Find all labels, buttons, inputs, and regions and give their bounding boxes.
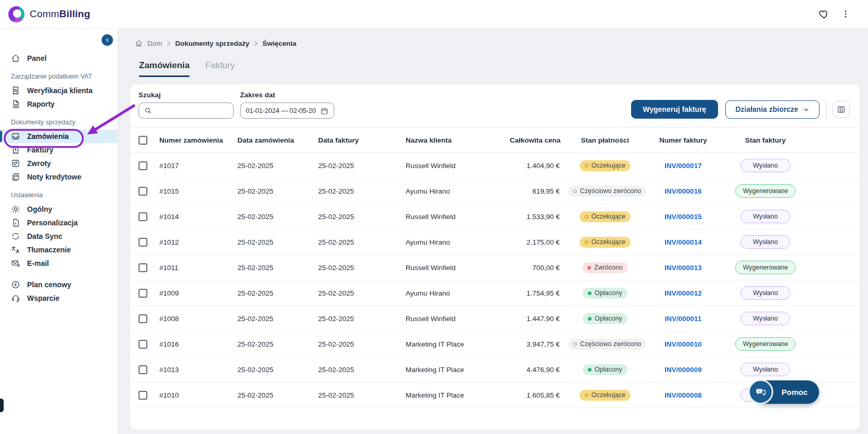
invoice-number-link[interactable]: INV/000016 (664, 187, 701, 195)
breadcrumb-sales-documents[interactable]: Dokumenty sprzedaży (175, 40, 250, 47)
tab-invoices[interactable]: Faktury (205, 60, 235, 77)
sync-icon (11, 232, 20, 241)
invoice-number-link[interactable]: INV/000008 (664, 391, 701, 399)
sidebar-item-panel[interactable]: Panel (0, 52, 118, 65)
invoice-number-link[interactable]: INV/000011 (665, 315, 702, 323)
svg-text:€: € (15, 283, 17, 287)
table-row[interactable]: #101325-02-202525-02-2025Marketing IT Pl… (130, 357, 860, 382)
sidebar-item-label: Tłumaczenie (27, 246, 71, 254)
select-all-checkbox[interactable] (139, 136, 147, 145)
invoice-status-badge: Wysłano (740, 286, 790, 300)
payment-status-badge: Częściowo zwrócono (568, 339, 646, 350)
sidebar-scroll-indicator (0, 399, 4, 412)
payment-status-badge: Opłacony (583, 313, 627, 324)
status-dot (588, 291, 592, 295)
row-checkbox[interactable] (139, 391, 147, 400)
row-checkbox[interactable] (139, 212, 147, 221)
sidebar-item-faktury[interactable]: €Faktury (0, 143, 118, 157)
table-row[interactable]: #101625-02-202525-02-2025Marketing IT Pl… (130, 331, 860, 357)
table-row[interactable]: #101425-02-202525-02-2025Russell Winfiel… (130, 204, 860, 229)
column-header-numer-zamowienia: Numer zamówienia (159, 136, 237, 144)
order-date-cell: 25-02-2025 (237, 391, 318, 399)
email-icon (11, 259, 20, 268)
column-settings-button[interactable] (833, 101, 850, 118)
table-row[interactable]: #100925-02-202525-02-2025Ayumu Hirano1.7… (130, 280, 860, 306)
generate-invoice-button[interactable]: Wygeneruj fakturę (631, 100, 719, 119)
row-checkbox[interactable] (139, 365, 147, 374)
sidebar-item-zwroty[interactable]: Zwroty (0, 157, 118, 170)
breadcrumb-home[interactable]: Dom (147, 40, 162, 47)
more-menu-icon[interactable] (837, 5, 854, 23)
help-button[interactable]: Pomoc (753, 380, 819, 404)
order-date-cell: 25-02-2025 (237, 315, 318, 323)
sidebar-item-weryfikacja-klienta[interactable]: Weryfikacja klienta (0, 84, 118, 97)
order-date-cell: 25-02-2025 (237, 289, 318, 297)
row-checkbox[interactable] (139, 340, 147, 349)
home-icon (11, 54, 20, 63)
search-field[interactable] (139, 103, 234, 119)
brand-logo[interactable]: CommBilling (8, 6, 90, 22)
table-row[interactable]: #100825-02-202525-02-2025Russell Winfiel… (130, 306, 860, 331)
toolbar: Szukaj Zakres dat (130, 84, 860, 127)
invoice-number-link[interactable]: INV/000009 (664, 366, 701, 374)
client-name-cell: Ayumu Hirano (406, 187, 510, 195)
row-checkbox[interactable] (139, 161, 147, 170)
sidebar-item-zamowienia[interactable]: Zamówienia (0, 130, 118, 143)
bulk-actions-button[interactable]: Działania zbiorcze (725, 100, 820, 119)
gear-icon (11, 205, 20, 214)
date-range-field[interactable] (240, 103, 334, 119)
client-name-cell: Ayumu Hirano (406, 289, 510, 297)
sidebar-item-tlumaczenie[interactable]: Tłumaczenie (0, 243, 118, 257)
invoice-number-link[interactable]: INV/000014 (664, 238, 701, 246)
invoice-date-cell: 25-02-2025 (318, 289, 406, 297)
row-checkbox[interactable] (139, 238, 147, 247)
sidebar-item-noty-kredytowe[interactable]: Noty kredytowe (0, 170, 118, 184)
tab-orders[interactable]: Zamówienia (139, 60, 190, 77)
table-row[interactable]: #101725-02-202525-02-2025Russell Winfiel… (130, 153, 860, 178)
invoice-date-cell: 25-02-2025 (318, 340, 406, 348)
sidebar-item-raporty[interactable]: Raporty (0, 97, 118, 111)
svg-text:€: € (15, 147, 17, 152)
status-dot (588, 317, 592, 321)
invoice-number-link[interactable]: INV/000017 (664, 162, 701, 170)
column-header-data-faktury: Data faktury (318, 136, 406, 144)
breadcrumb-separator: > (254, 39, 258, 48)
invoice-number-link[interactable]: INV/000012 (664, 289, 701, 297)
invoice-number-link[interactable]: INV/000010 (664, 340, 701, 348)
table-row[interactable]: #101225-02-202525-02-2025Ayumu Hirano2.1… (130, 229, 860, 255)
total-price-cell: 4.476,90 € (510, 366, 568, 374)
sidebar-item-e-mail[interactable]: E-mail (0, 257, 118, 270)
search-input[interactable] (156, 107, 228, 114)
row-checkbox[interactable] (139, 314, 147, 323)
sidebar-item-ogolny[interactable]: Ogólny (0, 202, 118, 216)
report-icon (11, 99, 20, 109)
sidebar-item-wsparcie[interactable]: Wsparcie (0, 291, 118, 305)
invoice-number-link[interactable]: INV/000013 (664, 264, 701, 272)
status-dot (585, 393, 588, 397)
row-checkbox[interactable] (139, 187, 147, 196)
tabs: Zamówienia Faktury (130, 60, 860, 77)
row-checkbox[interactable] (139, 289, 147, 298)
sidebar-item-personalizacja[interactable]: Personalizacja (0, 216, 118, 229)
invoice-date-cell: 25-02-2025 (318, 366, 406, 374)
table-row[interactable]: #101525-02-202525-02-2025Ayumu Hirano619… (130, 178, 860, 204)
sidebar: PanelZarządzanie podatkiem VATWeryfikacj… (0, 29, 118, 434)
sidebar-item-label: E-mail (27, 259, 49, 267)
invoice-date-cell: 25-02-2025 (318, 213, 406, 221)
date-range-input[interactable] (246, 107, 316, 114)
total-price-cell: 1.605,85 € (510, 391, 568, 399)
home-icon (135, 40, 143, 47)
table-row[interactable]: #101125-02-202525-02-2025Russell Winfiel… (130, 255, 860, 280)
invoice-number-link[interactable]: INV/000015 (664, 213, 701, 221)
calendar-icon[interactable] (320, 107, 329, 115)
total-price-cell: 1.754,95 € (510, 289, 568, 297)
favorite-heart-icon[interactable] (815, 5, 833, 23)
column-header-nazwa-klienta: Nazwa klienta (406, 136, 510, 144)
sidebar-collapse-button[interactable] (102, 34, 113, 46)
invoice-date-cell: 25-02-2025 (318, 187, 406, 195)
sidebar-item-plan-cenowy[interactable]: €Plan cenowy (0, 278, 118, 291)
column-header-numer-faktury: Numer faktury (646, 136, 724, 144)
sidebar-item-data-sync[interactable]: Data Sync (0, 229, 118, 243)
row-checkbox[interactable] (139, 263, 147, 272)
order-number-cell: #1011 (159, 264, 237, 272)
